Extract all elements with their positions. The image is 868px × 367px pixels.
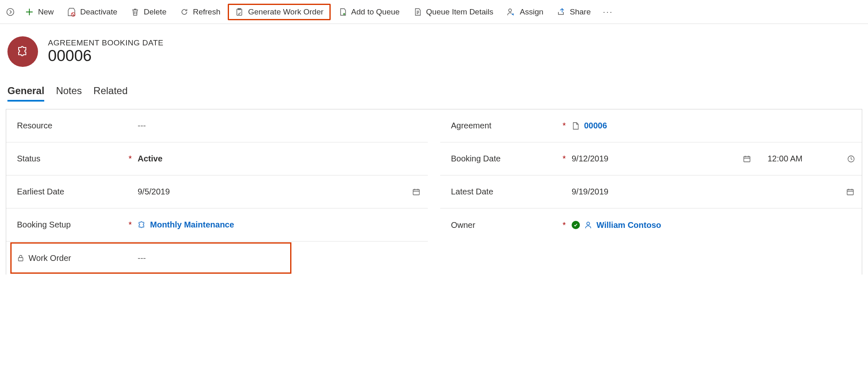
refresh-label: Refresh xyxy=(193,7,221,17)
owner-link[interactable]: William Contoso xyxy=(596,220,661,230)
refresh-button[interactable]: Refresh xyxy=(174,5,227,19)
clock-icon[interactable] xyxy=(847,155,855,163)
trash-icon xyxy=(131,7,140,17)
field-owner[interactable]: Owner * William Contoso xyxy=(440,208,862,242)
owner-label: Owner xyxy=(451,220,563,230)
assign-button[interactable]: Assign xyxy=(501,5,549,19)
svg-rect-6 xyxy=(19,258,23,261)
delete-button[interactable]: Delete xyxy=(125,5,172,19)
document-icon xyxy=(572,122,580,130)
field-booking-setup[interactable]: Booking Setup * Monthly Maintenance xyxy=(6,208,428,242)
latest-value: 9/19/2019 xyxy=(572,187,608,197)
chevron-circle-icon xyxy=(6,8,14,16)
agreement-link[interactable]: 00006 xyxy=(584,121,607,130)
field-earliest-date[interactable]: Earliest Date 9/5/2019 xyxy=(6,175,428,208)
share-button[interactable]: Share xyxy=(551,5,597,19)
agreement-label: Agreement xyxy=(451,121,563,130)
work-order-value: --- xyxy=(138,253,421,263)
overflow-button[interactable]: ··· xyxy=(600,4,616,20)
tab-related[interactable]: Related xyxy=(93,85,128,102)
booking-setup-link[interactable]: Monthly Maintenance xyxy=(150,220,234,230)
new-button[interactable]: New xyxy=(19,5,60,19)
status-value: Active xyxy=(138,154,421,163)
field-work-order[interactable]: Work Order --- xyxy=(6,242,428,275)
person-icon xyxy=(584,221,592,229)
required-marker: * xyxy=(129,220,138,230)
svg-point-4 xyxy=(509,9,512,12)
generate-wo-label: Generate Work Order xyxy=(248,7,323,17)
booking-time-value: 12:00 AM xyxy=(768,154,803,163)
share-label: Share xyxy=(570,7,591,17)
deactivate-icon xyxy=(67,7,76,17)
assign-icon xyxy=(506,7,515,17)
queue-item-details-button[interactable]: Queue Item Details xyxy=(407,5,499,19)
tab-notes[interactable]: Notes xyxy=(56,85,82,102)
record-title: 00006 xyxy=(48,47,164,65)
deactivate-label: Deactivate xyxy=(80,7,117,17)
entity-type-label: AGREEMENT BOOKING DATE xyxy=(48,38,164,47)
work-order-label: Work Order xyxy=(17,253,129,263)
assign-label: Assign xyxy=(520,7,543,17)
booking-date-value: 9/12/2019 xyxy=(572,154,608,163)
calendar-icon[interactable] xyxy=(743,155,752,163)
resource-label: Resource xyxy=(17,121,129,130)
calendar-icon[interactable] xyxy=(846,188,855,196)
required-marker: * xyxy=(129,154,138,163)
resource-value: --- xyxy=(138,121,421,130)
share-icon xyxy=(557,7,566,17)
add-queue-icon xyxy=(338,7,347,17)
checkmark-icon xyxy=(572,221,580,229)
back-button[interactable] xyxy=(3,5,17,19)
queue-details-label: Queue Item Details xyxy=(426,7,494,17)
deactivate-button[interactable]: Deactivate xyxy=(61,5,123,19)
ellipsis-icon: ··· xyxy=(603,7,613,17)
field-agreement[interactable]: Agreement * 00006 xyxy=(440,109,862,142)
svg-rect-9 xyxy=(847,189,854,195)
earliest-value: 9/5/2019 xyxy=(138,187,170,197)
field-resource[interactable]: Resource --- xyxy=(6,109,428,142)
new-label: New xyxy=(38,7,54,17)
status-label: Status xyxy=(17,154,129,163)
required-marker: * xyxy=(563,154,572,163)
delete-label: Delete xyxy=(144,7,167,17)
puzzle-small-icon xyxy=(138,221,146,229)
add-to-queue-button[interactable]: Add to Queue xyxy=(332,5,405,19)
svg-rect-5 xyxy=(413,189,420,195)
command-bar: New Deactivate Delete Refresh Generate W… xyxy=(0,0,868,24)
svg-point-10 xyxy=(587,222,590,225)
svg-point-0 xyxy=(7,8,14,15)
refresh-icon xyxy=(180,7,189,17)
field-booking-date[interactable]: Booking Date * 9/12/2019 12:00 AM xyxy=(440,142,862,175)
form-body: Resource --- Status * Active Earliest Da… xyxy=(6,109,862,275)
tab-general[interactable]: General xyxy=(7,85,44,102)
field-status[interactable]: Status * Active xyxy=(6,142,428,175)
field-latest-date[interactable]: Latest Date 9/19/2019 xyxy=(440,175,862,208)
booking-setup-label: Booking Setup xyxy=(17,220,129,230)
latest-label: Latest Date xyxy=(451,187,563,197)
record-header: AGREEMENT BOOKING DATE 00006 xyxy=(0,24,868,71)
calendar-icon[interactable] xyxy=(412,188,421,196)
form-tabs: General Notes Related xyxy=(0,71,868,102)
required-marker: * xyxy=(563,121,572,130)
generate-work-order-button[interactable]: Generate Work Order xyxy=(228,4,330,20)
booking-date-label: Booking Date xyxy=(451,154,563,163)
earliest-label: Earliest Date xyxy=(17,187,129,197)
queue-details-icon xyxy=(413,7,422,17)
clipboard-icon xyxy=(235,7,244,17)
form-right-column: Agreement * 00006 Booking Date * 9/12/20… xyxy=(440,109,862,275)
required-marker: * xyxy=(563,220,572,230)
plus-icon xyxy=(25,7,34,17)
entity-badge xyxy=(7,36,38,67)
puzzle-icon xyxy=(17,45,29,58)
svg-rect-7 xyxy=(744,156,750,162)
add-queue-label: Add to Queue xyxy=(351,7,400,17)
form-left-column: Resource --- Status * Active Earliest Da… xyxy=(6,109,428,275)
lock-icon xyxy=(17,254,25,262)
